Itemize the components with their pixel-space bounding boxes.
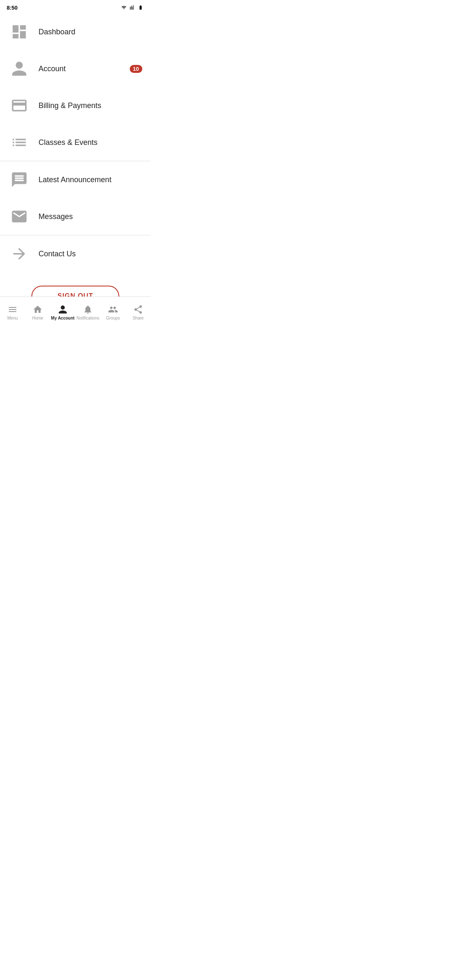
nav-notifications-label: Notifications — [77, 316, 99, 320]
nav-item-home[interactable]: Home — [25, 297, 50, 327]
account-item[interactable]: Account 10 — [0, 50, 151, 87]
share-icon — [133, 304, 144, 315]
home-icon — [32, 304, 43, 315]
dashboard-icon — [8, 21, 30, 43]
announcement-icon — [8, 169, 30, 191]
classes-item[interactable]: Classes & Events — [0, 124, 151, 161]
nav-item-share[interactable]: Share — [126, 297, 151, 327]
main-content: Dashboard Account 10 Billing & Payments … — [0, 13, 151, 297]
nav-item-my-account[interactable]: My Account — [50, 297, 75, 327]
nav-item-menu[interactable]: Menu — [0, 297, 25, 327]
wifi-icon — [121, 5, 127, 10]
classes-icon — [8, 132, 30, 153]
messages-label: Messages — [39, 212, 142, 221]
account-label: Account — [39, 64, 130, 73]
dashboard-item[interactable]: Dashboard — [0, 13, 151, 50]
contact-label: Contact Us — [39, 250, 142, 258]
status-bar: 8:50 — [0, 0, 151, 13]
account-badge: 10 — [130, 65, 142, 73]
nav-menu-label: Menu — [7, 316, 18, 320]
nav-share-label: Share — [133, 316, 144, 320]
billing-icon — [8, 95, 30, 116]
signal-icon — [129, 5, 136, 10]
sign-out-section: SIGN OUT — [0, 272, 151, 297]
classes-label: Classes & Events — [39, 138, 142, 147]
nav-item-notifications[interactable]: Notifications — [75, 297, 100, 327]
status-time: 8:50 — [7, 5, 18, 11]
messages-icon — [8, 206, 30, 227]
contact-icon — [8, 243, 30, 265]
groups-icon — [108, 304, 118, 315]
billing-item[interactable]: Billing & Payments — [0, 87, 151, 124]
nav-home-label: Home — [32, 316, 44, 320]
status-icons — [121, 5, 144, 10]
billing-label: Billing & Payments — [39, 101, 142, 110]
nav-my-account-label: My Account — [51, 316, 74, 320]
notifications-icon — [82, 304, 93, 315]
announcement-label: Latest Announcement — [39, 175, 142, 184]
menu-icon — [7, 304, 18, 315]
battery-icon — [137, 5, 144, 10]
my-account-icon — [57, 304, 68, 315]
nav-groups-label: Groups — [106, 316, 120, 320]
contact-item[interactable]: Contact Us — [0, 235, 151, 272]
nav-item-groups[interactable]: Groups — [100, 297, 126, 327]
dashboard-label: Dashboard — [39, 28, 142, 36]
sign-out-button[interactable]: SIGN OUT — [31, 286, 119, 297]
account-icon — [8, 58, 30, 80]
announcement-item[interactable]: Latest Announcement — [0, 161, 151, 198]
bottom-nav: Menu Home My Account Notifications — [0, 297, 151, 327]
messages-item[interactable]: Messages — [0, 198, 151, 235]
